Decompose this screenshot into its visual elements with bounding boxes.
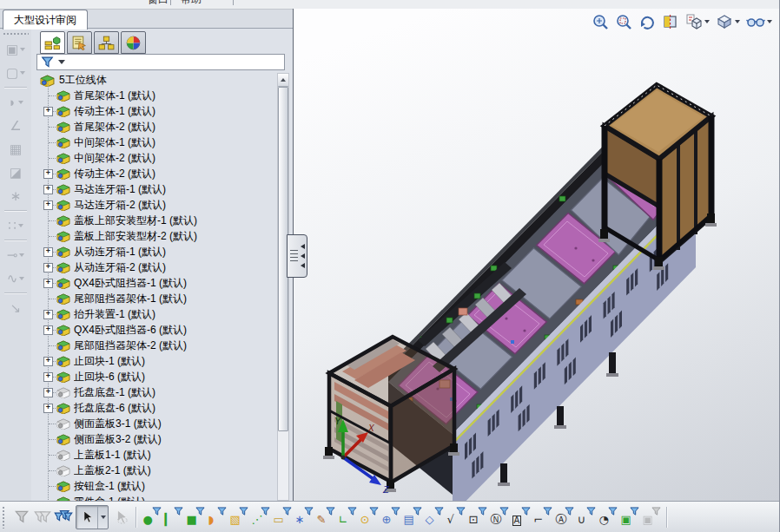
tree-item[interactable]: + 托盘底盘-6 (默认) [31,400,277,416]
filter-dowel-pins-icon[interactable]: ∪ [577,507,596,528]
filter-centerlines-icon[interactable]: ▤ [403,507,422,528]
configurationmanager-tab[interactable] [94,31,119,54]
tree-item[interactable]: 侧面盖板3-2 (默认) [31,431,277,447]
section-view-button[interactable] [662,13,679,30]
filter-datum-targets-icon[interactable]: Ⓐ [555,507,574,528]
lasso-cursor-button[interactable] [110,507,131,528]
filter-sketch-points-icon[interactable]: ∗ [294,507,314,528]
graphics-area[interactable]: X Y Z [293,9,780,501]
tree-item[interactable]: 盖板上部安装型材-1 (默认) [31,213,277,228]
dropdown-caret-icon[interactable] [20,48,25,51]
tree-item[interactable]: 首尾架体-1 (默认) [31,88,277,103]
chamfered-box-icon[interactable]: ◪ [2,161,30,184]
tree-item[interactable]: + 传动主体-1 (默认) [31,103,277,119]
tree-item[interactable]: + 从动连牙箱-2 (默认) [31,259,277,275]
expand-toggle-icon[interactable]: + [43,325,53,335]
featuremanager-tab[interactable] [40,31,65,54]
hide-show-items-button[interactable] [746,13,772,30]
filter-notes-icon[interactable]: Ⓝ [490,507,509,528]
assembly-3d-model[interactable]: X Y Z [294,9,780,501]
toolbar-drag-handle[interactable] [2,506,6,529]
show-hidden-components-icon[interactable]: ▢ [2,61,30,84]
mate-icon[interactable]: ◗ [2,90,30,114]
tree-item[interactable]: + 止回块-6 (默认) [31,369,277,384]
tree-item[interactable]: 尾部阻挡器架体-2 (默认) [31,338,277,353]
zoom-to-fit-button[interactable] [592,13,609,30]
clear-all-filters-button[interactable] [32,507,53,528]
dropdown-caret-icon[interactable] [767,20,772,23]
displaymanager-tab[interactable] [121,31,146,54]
tree-filter-bar[interactable] [36,54,285,70]
propertymanager-tab[interactable] [67,31,92,54]
filter-datums-icon[interactable]: A [512,507,531,528]
display-style-button[interactable] [716,13,740,30]
panel-splitter-handle[interactable] [287,234,307,278]
smart-fasteners-icon[interactable]: ∗ [2,184,30,207]
filter-connection-points-icon[interactable]: ▣ [620,507,639,528]
filter-planes-icon[interactable]: ▭ [273,507,292,528]
cursor-dropdown[interactable] [97,506,108,529]
tree-item[interactable]: + QX4卧式阻挡器-1 (默认) [31,275,277,291]
filter-surface-bodies-icon[interactable]: ◗ [208,507,227,528]
tree-item[interactable]: + 抬升装置-1 (默认) [31,306,277,322]
scroll-up-button[interactable] [278,74,288,87]
filter-midpoints-icon[interactable]: ⊙ [360,507,379,528]
filter-geometric-tolerances-icon[interactable]: ⊡ [468,507,487,528]
insert-component-icon[interactable]: ▣ [2,37,30,61]
toggle-selection-filters-button[interactable] [11,507,32,528]
dropdown-caret-icon[interactable] [20,71,25,75]
filter-decals-icon[interactable]: ◔ [598,507,618,528]
filter-routing-points-icon[interactable]: ▣ [642,507,661,528]
expand-toggle-icon[interactable]: + [43,263,53,273]
spline-icon[interactable]: ∿ [2,266,30,290]
tree-item[interactable]: + 马达连牙箱-2 (默认) [31,197,277,213]
filter-sketches-icon[interactable]: ✎ [316,507,335,528]
filter-dropdown-caret-icon[interactable] [58,60,65,64]
expand-toggle-icon[interactable]: + [43,357,53,366]
tree-scrollbar[interactable] [277,73,289,501]
zoom-to-area-button[interactable] [615,13,632,30]
routing-plug-icon[interactable]: ⊸ [2,243,30,266]
tree-item[interactable]: + QX4卧式阻挡器-6 (默认) [31,322,277,338]
dropdown-caret-icon[interactable] [19,277,24,280]
tree-item[interactable]: + 托盘底盘-1 (默认) [31,384,277,400]
filter-edges-icon[interactable]: ▎ [164,507,183,528]
tree-item[interactable]: 中间架体-1 (默认) [31,135,277,150]
filter-solid-bodies-icon[interactable]: ▧ [229,507,248,528]
expand-toggle-icon[interactable]: + [43,185,53,194]
expand-toggle-icon[interactable]: + [43,279,53,288]
expand-toggle-icon[interactable]: + [43,388,53,397]
filter-axes-icon[interactable]: ⋰ [251,507,270,528]
tree-item[interactable]: 按钮盒-1 (默认) [31,478,277,494]
tree-item[interactable]: 盖板上部安装型材-2 (默认) [31,228,277,244]
tree-item[interactable]: + 传动主体-2 (默认) [31,166,277,181]
view-orientation-button[interactable] [685,13,710,30]
expand-toggle-icon[interactable]: + [43,404,53,413]
tree-item[interactable]: 零件盒-1 (默认) [31,494,277,501]
expand-toggle-icon[interactable]: + [43,372,53,382]
dropdown-caret-icon[interactable] [19,253,24,257]
filter-vertices-icon[interactable]: ● [142,507,162,528]
select-cursor-button[interactable] [76,505,109,529]
framed-box-icon[interactable]: ▦ [2,137,30,161]
component-pattern-icon[interactable]: ∷ [2,213,30,237]
tree-item[interactable]: 尾部阻挡器架体-1 (默认) [31,291,277,306]
tree-item[interactable]: 上盖板2-1 (默认) [31,463,277,478]
dropdown-caret-icon[interactable] [18,224,23,227]
toolbar-drag-handle[interactable] [3,32,29,36]
document-tab[interactable]: 大型设计审阅 [3,10,88,30]
tree-item[interactable]: + 马达连牙箱-1 (默认) [31,181,277,197]
filter-weld-symbols-icon[interactable]: ⌐ [533,507,552,528]
select-all-filters-button[interactable] [53,507,74,528]
corner-bracket-icon[interactable]: ∠ [2,114,30,137]
expand-toggle-icon[interactable]: + [43,310,53,319]
expand-toggle-icon[interactable]: + [43,107,53,116]
tree-root-item[interactable]: 5工位线体 [31,72,277,88]
expand-toggle-icon[interactable]: + [43,200,53,210]
move-component-icon[interactable]: ↘ [2,296,30,319]
tree-item[interactable]: + 从动连牙箱-1 (默认) [31,244,277,259]
tree-item[interactable]: 侧面盖板3-1 (默认) [31,416,277,431]
filter-center-marks-icon[interactable]: ⊕ [381,507,400,528]
filter-sketch-segments-icon[interactable]: ∟ [338,507,357,528]
dropdown-caret-icon[interactable] [735,20,740,23]
